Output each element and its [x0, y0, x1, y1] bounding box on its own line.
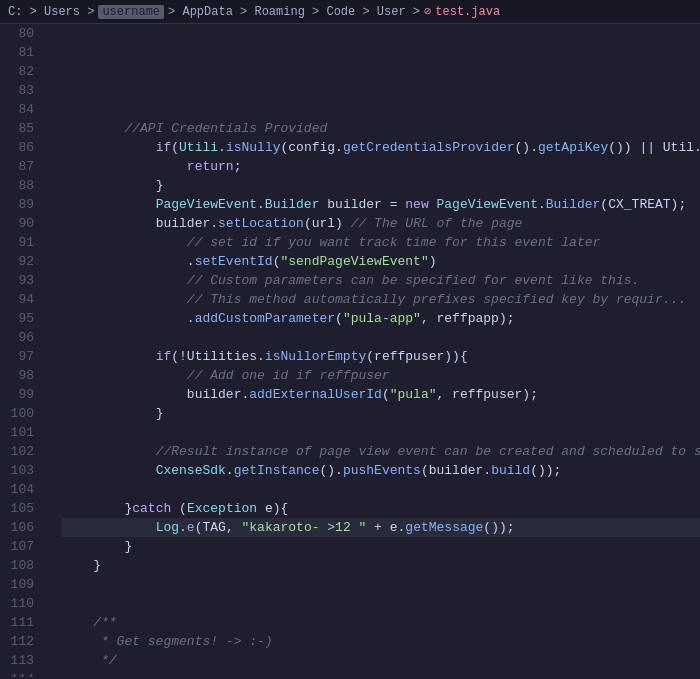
line-number: 91 — [8, 233, 46, 252]
code-line — [62, 480, 700, 499]
line-number: 114 — [8, 670, 46, 677]
line-number: 112 — [8, 632, 46, 651]
line-number: 107 — [8, 537, 46, 556]
line-number: 99 — [8, 385, 46, 404]
code-line: if(!Utilities.isNullorEmpty(reffpuser)){ — [62, 347, 700, 366]
code-line: return; — [62, 157, 700, 176]
line-number: 82 — [8, 62, 46, 81]
code-line: // Add one id if reffpuser — [62, 366, 700, 385]
line-number: 113 — [8, 651, 46, 670]
line-number: 97 — [8, 347, 46, 366]
line-number: 81 — [8, 43, 46, 62]
code-line: Log.e(TAG, "kakaroto- >12 " + e.getMessa… — [62, 518, 700, 537]
line-number: 106 — [8, 518, 46, 537]
line-number: 93 — [8, 271, 46, 290]
code-line: } — [62, 556, 700, 575]
code-line: */ — [62, 651, 700, 670]
code-line: PageViewEvent.Builder builder = new Page… — [62, 195, 700, 214]
code-line: .setEventId("sendPageViewEvent") — [62, 252, 700, 271]
code-line: } — [62, 404, 700, 423]
code-line: /** — [62, 613, 700, 632]
code-line: //Result instance of page view event can… — [62, 442, 700, 461]
code-line: } — [62, 176, 700, 195]
line-number: 83 — [8, 81, 46, 100]
title-bar: C: > Users > username > AppData > Roamin… — [0, 0, 700, 24]
line-number: 110 — [8, 594, 46, 613]
editor: 8081828384858687888990919293949596979899… — [0, 24, 700, 677]
line-number: 89 — [8, 195, 46, 214]
code-line — [62, 24, 700, 43]
line-number: 84 — [8, 100, 46, 119]
code-line — [62, 670, 700, 677]
line-number: 104 — [8, 480, 46, 499]
line-number: 101 — [8, 423, 46, 442]
breadcrumb-path: C: > Users > — [8, 5, 94, 19]
line-number: 98 — [8, 366, 46, 385]
code-line — [62, 594, 700, 613]
code-line: //API Credentials Provided — [62, 119, 700, 138]
line-number: 96 — [8, 328, 46, 347]
line-number: 100 — [8, 404, 46, 423]
code-line: // This method automatically prefixes sp… — [62, 290, 700, 309]
line-number: 88 — [8, 176, 46, 195]
breadcrumb-path2: > AppData > Roaming > Code > User > — [168, 5, 420, 19]
line-number: 102 — [8, 442, 46, 461]
line-number: 92 — [8, 252, 46, 271]
code-area[interactable]: //API Credentials Provided if(Utili.isNu… — [58, 24, 700, 677]
code-line: builder.setLocation(url) // The URL of t… — [62, 214, 700, 233]
code-line: if(Utili.isNully(config.getCredentialsPr… — [62, 138, 700, 157]
breadcrumb-user: username — [98, 5, 164, 19]
code-line: .addCustomParameter("pula-app", reffpapp… — [62, 309, 700, 328]
code-line — [62, 62, 700, 81]
code-line: * Get segments! -> :-) — [62, 632, 700, 651]
code-line: }catch (Exception e){ — [62, 499, 700, 518]
code-line: // set id if you want track time for thi… — [62, 233, 700, 252]
file-icon: ⊘ — [424, 4, 431, 19]
line-number: 86 — [8, 138, 46, 157]
line-number: 85 — [8, 119, 46, 138]
line-number: 109 — [8, 575, 46, 594]
code-line — [62, 575, 700, 594]
line-number: 87 — [8, 157, 46, 176]
line-number: 80 — [8, 24, 46, 43]
code-line — [62, 43, 700, 62]
code-line — [62, 328, 700, 347]
line-numbers: 8081828384858687888990919293949596979899… — [0, 24, 58, 677]
code-line: CxenseSdk.getInstance().pushEvents(build… — [62, 461, 700, 480]
code-line: builder.addExternalUserId("pula", reffpu… — [62, 385, 700, 404]
code-line — [62, 423, 700, 442]
line-number: 103 — [8, 461, 46, 480]
code-line: // Custom parameters can be specified fo… — [62, 271, 700, 290]
filename: test.java — [435, 5, 500, 19]
code-line: } — [62, 537, 700, 556]
code-line — [62, 81, 700, 100]
line-number: 108 — [8, 556, 46, 575]
line-number: 94 — [8, 290, 46, 309]
line-number: 90 — [8, 214, 46, 233]
line-number: 111 — [8, 613, 46, 632]
line-number: 95 — [8, 309, 46, 328]
code-line — [62, 100, 700, 119]
line-number: 105 — [8, 499, 46, 518]
